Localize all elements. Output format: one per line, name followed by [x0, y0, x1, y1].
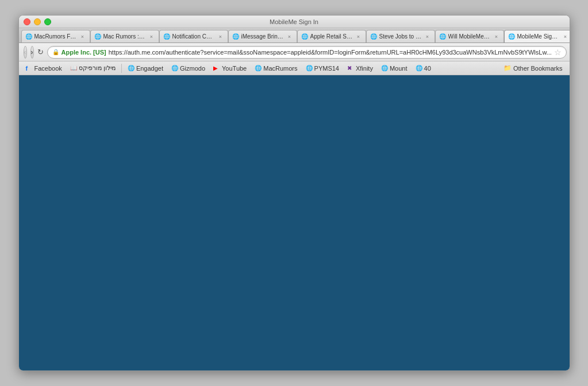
tab-close-icon[interactable]: × — [493, 33, 500, 40]
bookmark-label: Mount — [390, 65, 408, 72]
tab-label: iMessage Brings... — [241, 33, 284, 40]
milon-icon: 📖 — [70, 65, 77, 72]
bookmark-facebook[interactable]: f Facebook — [22, 63, 66, 74]
bookmark-label: YouTube — [222, 65, 247, 72]
bookmark-youtube[interactable]: ▶ YouTube — [210, 63, 250, 74]
tab-favicon: 🌐 — [163, 33, 170, 40]
tab-label: Mac Rumors : La... — [103, 33, 146, 40]
tab-close-icon[interactable]: × — [355, 33, 362, 40]
bookmark-label: Xfinity — [356, 65, 373, 72]
tab-close-icon[interactable]: × — [217, 33, 224, 40]
reload-button[interactable]: ↻ — [37, 47, 44, 57]
tab-close-icon[interactable]: × — [562, 33, 569, 40]
bookmark-label: Engadget — [136, 65, 163, 72]
tab-label: Apple Retail Sto... — [310, 33, 353, 40]
tab-close-icon[interactable]: × — [286, 33, 293, 40]
tab-favicon: 🌐 — [439, 33, 446, 40]
back-button[interactable]: ‹ — [24, 46, 27, 59]
bookmarks-divider — [121, 64, 122, 73]
site-identity: Apple Inc. [US] — [62, 49, 106, 56]
forward-icon: › — [31, 48, 33, 56]
tab-tab7[interactable]: 🌐 Will MobileMe us... × — [435, 30, 504, 43]
tab-tab6[interactable]: 🌐 Steve Jobs to Int... × — [366, 30, 435, 43]
bookmark-milon[interactable]: 📖 מילון מורפיקס — [67, 63, 119, 74]
close-button[interactable] — [24, 18, 30, 25]
tab-favicon: 🌐 — [94, 33, 101, 40]
bookmark-label: 40 — [424, 65, 431, 72]
tab-tab4[interactable]: 🌐 iMessage Brings... × — [228, 30, 297, 43]
bookmark-xfinity[interactable]: ✖ Xfinity — [344, 63, 376, 74]
bookmark-label: MacRumors — [263, 65, 297, 72]
tab-label: Will MobileMe us... — [448, 33, 491, 40]
bookmark-mount[interactable]: 🌐 Mount — [378, 63, 411, 74]
youtube-icon: ▶ — [213, 65, 220, 72]
bookmark-star-icon[interactable]: ☆ — [554, 48, 562, 57]
browser-window: MobileMe Sign In 🌐 MacRumors Foru... × 🌐… — [18, 15, 570, 371]
tab-favicon: 🌐 — [301, 33, 308, 40]
tab-favicon: 🌐 — [370, 33, 377, 40]
bookmark-40-icon: 🌐 — [416, 65, 422, 72]
engadget-icon: 🌐 — [128, 65, 134, 72]
tab-close-icon[interactable]: × — [424, 33, 431, 40]
bookmark-label: Facebook — [34, 65, 62, 72]
page-content — [19, 75, 570, 370]
title-bar: MobileMe Sign In — [19, 16, 570, 28]
folder-icon: 📁 — [504, 64, 512, 72]
pyms14-icon: 🌐 — [306, 65, 313, 72]
bookmark-engadget[interactable]: 🌐 Engadget — [124, 63, 167, 74]
maximize-button[interactable] — [44, 18, 51, 25]
other-bookmarks[interactable]: 📁 Other Bookmarks — [500, 63, 566, 73]
tab-label: Steve Jobs to Int... — [379, 33, 422, 40]
tab-label: MacRumors Foru... — [34, 33, 77, 40]
back-icon: ‹ — [24, 48, 26, 56]
window-buttons — [24, 18, 51, 25]
macrumors-icon: 🌐 — [255, 65, 262, 72]
other-bookmarks-label: Other Bookmarks — [513, 65, 563, 72]
facebook-icon: f — [26, 65, 33, 72]
tab-favicon: 🌐 — [232, 33, 239, 40]
tab-favicon: 🌐 — [508, 33, 515, 40]
tab-tab2[interactable]: 🌐 Mac Rumors : La... × — [90, 30, 159, 43]
url-text: https://auth.me.com/authenticate?service… — [109, 49, 552, 56]
tab-tab3[interactable]: 🌐 Notification Cen... × — [159, 30, 228, 43]
bookmark-label: PYMS14 — [314, 65, 339, 72]
forward-button[interactable]: › — [30, 46, 34, 59]
nav-bar: ‹ › ↻ 🔒 Apple Inc. [US] https://auth.me.… — [19, 43, 570, 61]
xfinity-icon: ✖ — [347, 65, 354, 72]
tab-close-icon[interactable]: × — [79, 33, 86, 40]
minimize-button[interactable] — [34, 18, 41, 25]
tab-favicon: 🌐 — [25, 33, 32, 40]
bookmark-macrumors[interactable]: 🌐 MacRumors — [251, 63, 301, 74]
tab-tab5[interactable]: 🌐 Apple Retail Sto... × — [297, 30, 366, 43]
tab-tab1[interactable]: 🌐 MacRumors Foru... × — [21, 30, 90, 43]
tab-bar: 🌐 MacRumors Foru... × 🌐 Mac Rumors : La.… — [19, 28, 570, 43]
bookmark-40[interactable]: 🌐 40 — [412, 63, 435, 74]
tab-tab8[interactable]: 🌐 MobileMe Sign In... × — [504, 30, 570, 43]
bookmark-label: Gizmodo — [180, 65, 205, 72]
bookmark-pyms14[interactable]: 🌐 PYMS14 — [302, 63, 343, 74]
bookmark-label: מילון מורפיקס — [79, 64, 116, 72]
mount-icon: 🌐 — [381, 65, 388, 72]
address-bar[interactable]: 🔒 Apple Inc. [US] https://auth.me.com/au… — [47, 46, 567, 59]
bookmark-gizmodo[interactable]: 🌐 Gizmodo — [168, 63, 209, 74]
gizmodo-icon: 🌐 — [171, 65, 178, 72]
window-title: MobileMe Sign In — [270, 18, 318, 25]
tab-close-icon[interactable]: × — [148, 33, 155, 40]
reload-icon: ↻ — [37, 48, 44, 56]
tab-label: MobileMe Sign In... — [517, 33, 560, 40]
tab-label: Notification Cen... — [172, 33, 215, 40]
bookmarks-bar: f Facebook 📖 מילון מורפיקס 🌐 Engadget 🌐 … — [19, 61, 570, 75]
ssl-lock-icon: 🔒 — [52, 49, 59, 55]
